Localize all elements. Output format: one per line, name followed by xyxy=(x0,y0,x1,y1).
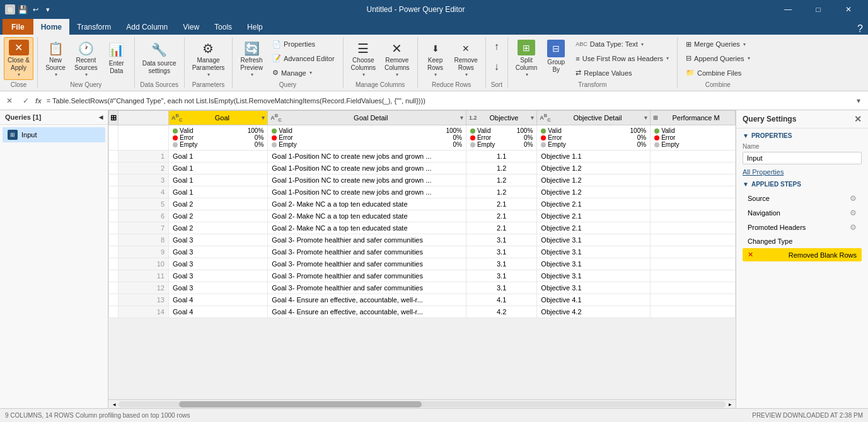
row-selector[interactable] xyxy=(109,163,119,174)
tab-transform[interactable]: Transform xyxy=(69,19,119,35)
goal-detail-col-header[interactable]: ABC Goal Detail ▾ xyxy=(268,111,466,125)
objective-col-header-content[interactable]: 1.2 Objective ▾ xyxy=(466,111,536,125)
row-selector[interactable] xyxy=(109,294,119,306)
new-source-button[interactable]: 📋 NewSource ▾ xyxy=(42,37,69,80)
performance-col-header-content[interactable]: ⊞ Performance M xyxy=(651,111,735,125)
step-changed-type[interactable]: Changed Type xyxy=(743,235,862,248)
table-row[interactable]: 4 Goal 1 Goal 1-Position NC to create ne… xyxy=(109,186,736,198)
objective-detail-col-header-content[interactable]: ABC Objective Detail ▾ xyxy=(537,111,650,125)
keep-rows-button[interactable]: ⬇ KeepRows ▾ xyxy=(422,37,449,80)
formula-input[interactable] xyxy=(47,97,849,105)
row-selector[interactable] xyxy=(109,210,119,222)
formula-expand-button[interactable]: ▾ xyxy=(852,94,865,108)
datasource-settings-button[interactable]: 🔧 Data sourcesettings xyxy=(139,37,180,80)
help-icon[interactable]: ? xyxy=(852,23,868,35)
refresh-preview-button[interactable]: 🔄 RefreshPreview ▾ xyxy=(236,37,267,80)
goal-col-header[interactable]: ABC Goal ▾ xyxy=(169,111,268,125)
all-properties-link[interactable]: All Properties xyxy=(743,168,784,176)
append-queries-button[interactable]: ⊟ Append Queries ▾ xyxy=(681,52,755,65)
queries-collapse-icon[interactable]: ◂ xyxy=(99,113,103,122)
table-row[interactable]: 13 Goal 4 Goal 4- Ensure an effective, a… xyxy=(109,294,736,306)
remove-rows-button[interactable]: ✕ RemoveRows ▾ xyxy=(451,37,482,80)
applied-steps-collapse-icon[interactable]: ▼ xyxy=(743,181,749,188)
table-row[interactable]: 14 Goal 4 Goal 4- Ensure an effective, a… xyxy=(109,306,736,318)
objective-detail-col-header[interactable]: ABC Objective Detail ▾ xyxy=(537,111,651,125)
step-promoted-headers[interactable]: Promoted Headers ⚙ xyxy=(743,220,862,234)
tab-view[interactable]: View xyxy=(175,19,207,35)
step-navigation[interactable]: Navigation ⚙ xyxy=(743,206,862,220)
table-row[interactable]: 11 Goal 3 Goal 3- Promote healthier and … xyxy=(109,270,736,282)
objective-col-header[interactable]: 1.2 Objective ▾ xyxy=(466,111,536,125)
more-icon[interactable]: ▾ xyxy=(43,4,53,14)
sort-desc-button[interactable]: ↓ xyxy=(490,57,504,76)
scroll-track[interactable] xyxy=(119,401,726,408)
manage-button[interactable]: ⚙ Manage ▾ xyxy=(268,67,339,79)
merge-queries-button[interactable]: ⊞ Merge Queries ▾ xyxy=(681,38,755,50)
table-row[interactable]: 1 Goal 1 Goal 1-Position NC to create ne… xyxy=(109,151,736,163)
minimize-button[interactable]: — xyxy=(773,0,802,19)
sort-asc-button[interactable]: ↑ xyxy=(490,37,504,56)
row-selector[interactable] xyxy=(109,186,119,198)
step-removed-blank-rows[interactable]: ✕ Removed Blank Rows xyxy=(743,248,862,261)
row-selector[interactable] xyxy=(109,306,119,318)
replace-values-button[interactable]: ⇄ Replace Values xyxy=(571,67,673,79)
objective-detail-filter-icon[interactable]: ▾ xyxy=(644,115,647,121)
query-name-input[interactable] xyxy=(743,152,862,164)
table-row[interactable]: 3 Goal 1 Goal 1-Position NC to create ne… xyxy=(109,174,736,186)
row-selector[interactable] xyxy=(109,258,119,270)
row-selector[interactable] xyxy=(109,270,119,282)
choose-columns-button[interactable]: ☰ ChooseColumns ▾ xyxy=(347,37,379,80)
data-table-container[interactable]: ⊞ ABC Goal ▾ xyxy=(108,110,736,399)
table-row[interactable]: 12 Goal 3 Goal 3- Promote healthier and … xyxy=(109,282,736,294)
objective-filter-icon[interactable]: ▾ xyxy=(531,115,534,121)
step-source[interactable]: Source ⚙ xyxy=(743,191,862,205)
tab-tools[interactable]: Tools xyxy=(207,19,240,35)
goal-col-header-content[interactable]: ABC Goal ▾ xyxy=(169,111,267,125)
horizontal-scrollbar[interactable]: ◂ ▸ xyxy=(108,399,736,408)
scroll-thumb[interactable] xyxy=(179,401,422,408)
combine-files-button[interactable]: 📁 Combine Files xyxy=(681,67,755,79)
use-first-row-button[interactable]: ≡ Use First Row as Headers ▾ xyxy=(571,52,673,65)
query-item-input[interactable]: ⊞ Input xyxy=(3,127,105,142)
tab-add-column[interactable]: Add Column xyxy=(119,19,175,35)
table-row[interactable]: 7 Goal 2 Goal 2- Make NC a a top ten edu… xyxy=(109,222,736,234)
performance-col-header[interactable]: ⊞ Performance M xyxy=(651,111,736,125)
goal-detail-col-header-content[interactable]: ABC Goal Detail ▾ xyxy=(268,111,466,125)
properties-button[interactable]: 📄 Properties xyxy=(268,38,339,50)
settings-close-button[interactable]: ✕ xyxy=(854,114,862,124)
tab-file[interactable]: File xyxy=(3,19,33,35)
close-button[interactable]: ✕ xyxy=(834,0,863,19)
recent-sources-button[interactable]: 🕐 RecentSources ▾ xyxy=(71,37,101,80)
row-selector[interactable] xyxy=(109,151,119,163)
row-selector[interactable] xyxy=(109,246,119,258)
undo-icon[interactable]: ↩ xyxy=(30,4,40,14)
scroll-left-arrow[interactable]: ◂ xyxy=(110,400,119,409)
enter-data-button[interactable]: 📊 EnterData xyxy=(103,37,130,80)
row-selector[interactable] xyxy=(109,198,119,210)
row-selector[interactable] xyxy=(109,222,119,234)
table-row[interactable]: 2 Goal 1 Goal 1-Position NC to create ne… xyxy=(109,163,736,174)
table-row[interactable]: 9 Goal 3 Goal 3- Promote healthier and s… xyxy=(109,246,736,258)
manage-params-button[interactable]: ⚙ ManageParameters ▾ xyxy=(188,37,229,80)
step-navigation-gear[interactable]: ⚙ xyxy=(850,208,857,217)
row-selector[interactable] xyxy=(109,174,119,186)
properties-collapse-icon[interactable]: ▼ xyxy=(743,132,749,139)
tab-home[interactable]: Home xyxy=(33,19,69,35)
row-selector[interactable] xyxy=(109,234,119,246)
goal-detail-filter-icon[interactable]: ▾ xyxy=(460,115,463,121)
table-row[interactable]: 10 Goal 3 Goal 3- Promote healthier and … xyxy=(109,258,736,270)
step-source-gear[interactable]: ⚙ xyxy=(850,194,857,203)
formula-cancel-button[interactable]: ✕ xyxy=(3,94,16,108)
table-row[interactable]: 6 Goal 2 Goal 2- Make NC a a top ten edu… xyxy=(109,210,736,222)
data-type-button[interactable]: ABC Data Type: Text ▾ xyxy=(571,38,673,50)
group-by-button[interactable]: ⊟ GroupBy xyxy=(543,37,569,80)
split-column-button[interactable]: ⊞ SplitColumn ▾ xyxy=(512,37,541,80)
maximize-button[interactable]: □ xyxy=(804,0,833,19)
goal-filter-icon[interactable]: ▾ xyxy=(262,115,265,121)
table-row[interactable]: 5 Goal 2 Goal 2- Make NC a a top ten edu… xyxy=(109,198,736,210)
remove-columns-button[interactable]: ✕ RemoveColumns ▾ xyxy=(381,37,413,80)
scroll-right-arrow[interactable]: ▸ xyxy=(726,400,734,409)
advanced-editor-button[interactable]: 📝 Advanced Editor xyxy=(268,52,339,65)
row-selector[interactable] xyxy=(109,282,119,294)
step-promoted-headers-gear[interactable]: ⚙ xyxy=(850,223,857,232)
